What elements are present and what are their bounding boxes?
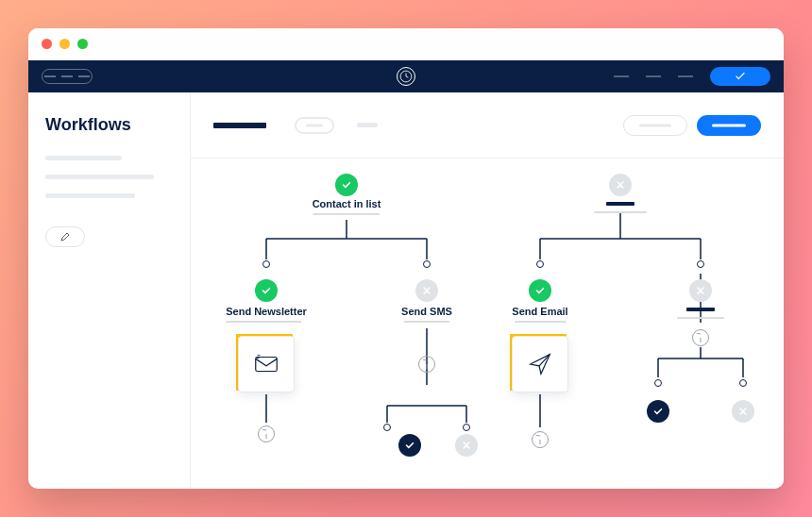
check-icon: [335, 174, 358, 196]
toolbar: [191, 92, 784, 158]
close-icon[interactable]: [42, 39, 52, 49]
nav-link-3[interactable]: [678, 75, 693, 77]
check-icon: [255, 279, 278, 302]
connector-node: [423, 260, 431, 268]
sidebar: Workflows: [28, 92, 191, 489]
close-icon: [689, 279, 712, 302]
toolbar-secondary-button[interactable]: [623, 115, 687, 136]
svg-rect-0: [256, 358, 278, 372]
connector-node: [739, 379, 747, 387]
content: Workflows: [28, 92, 784, 489]
connector-node: [536, 260, 544, 268]
placeholder-label: [606, 202, 634, 206]
placeholder-underline: [677, 317, 724, 319]
node-email-card[interactable]: [512, 336, 568, 392]
node-sms-label: Send SMS: [401, 306, 452, 323]
placeholder-underline: [594, 211, 647, 213]
check-icon: [529, 279, 551, 302]
window-controls: [42, 39, 88, 49]
close-icon: [609, 174, 632, 196]
clock-icon: [258, 425, 275, 442]
brand-mark[interactable]: [42, 69, 93, 84]
check-icon: [398, 434, 421, 457]
tab-tertiary[interactable]: [357, 123, 378, 127]
clock-icon: [418, 356, 435, 373]
nav-link-1[interactable]: [614, 75, 629, 77]
connector-node: [463, 424, 470, 431]
tab-active[interactable]: [213, 123, 266, 128]
close-icon: [732, 400, 754, 423]
connector-node: [654, 379, 662, 387]
clock-icon: [532, 431, 549, 448]
node-newsletter-label: Send Newsletter: [226, 306, 307, 323]
brand-logo-icon[interactable]: [397, 67, 415, 86]
sidebar-item[interactable]: [45, 175, 154, 179]
sidebar-item[interactable]: [45, 156, 122, 160]
tab-secondary[interactable]: [295, 117, 334, 134]
sidebar-item[interactable]: [45, 193, 135, 198]
nav-confirm-button[interactable]: [710, 67, 770, 86]
clock-icon: [692, 329, 709, 346]
placeholder-label: [686, 308, 715, 311]
connector-node: [697, 260, 704, 268]
workflow-canvas[interactable]: Contact in list Send Newsletter: [191, 158, 784, 489]
toolbar-primary-button[interactable]: [697, 115, 761, 136]
close-icon: [455, 434, 478, 457]
nav-link-2[interactable]: [646, 75, 661, 77]
nav-right: [614, 67, 770, 86]
minimize-icon[interactable]: [59, 39, 70, 49]
maximize-icon[interactable]: [77, 39, 88, 49]
sidebar-title: Workflows: [45, 115, 173, 135]
node-email-label: Send Email: [512, 306, 567, 323]
app-window: Workflows: [28, 28, 784, 489]
node-contact-label: Contact in list: [313, 198, 381, 215]
window-titlebar: [28, 28, 784, 60]
check-icon: [647, 400, 669, 423]
connector-node: [262, 260, 270, 268]
connector-node: [383, 424, 391, 431]
sidebar-edit-button[interactable]: [45, 226, 85, 247]
top-nav: [28, 60, 784, 92]
node-newsletter-card[interactable]: [238, 336, 295, 392]
main-area: Contact in list Send Newsletter: [191, 92, 784, 489]
close-icon: [415, 279, 438, 302]
